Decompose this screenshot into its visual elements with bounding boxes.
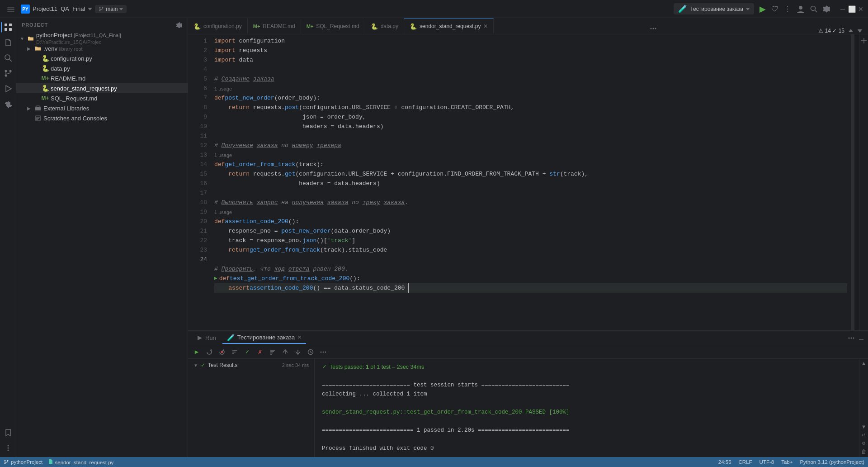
run-sort-button[interactable] [268,347,278,357]
warning-count: ⚠ 14 ✓ 15 [818,28,844,34]
sidebar-item-git[interactable] [1,66,15,81]
code-line-18: response_pno = post_new_order(data.order… [214,226,847,236]
settings-button[interactable] [823,5,830,13]
minimize-button[interactable]: ─ [839,5,846,13]
output-process-finished: Process finished with exit code 0 [322,444,852,453]
output-icon-cog[interactable]: ⚙ [862,440,865,447]
tree-item-readme[interactable]: M+ README.md [16,73,188,83]
run-rerun-failed-button[interactable] [217,347,227,357]
status-encoding[interactable]: UTF-8 [760,459,774,465]
tab-configuration[interactable]: 🐍 configuration.py [188,19,248,34]
output-test-result: sendor_stand_request.py::test_get_order_… [322,408,852,417]
code-line-10 [214,131,847,141]
tree-item-datapy[interactable]: 🐍 data.py [16,63,188,73]
panel-tab-testing-close[interactable]: ✕ [297,334,302,340]
menu-button[interactable] [4,2,18,16]
test-results-item[interactable]: ▼ ✓ Test Results 2 sec 34 ms [188,361,314,370]
sidebar-item-plugins[interactable] [1,97,15,111]
sendor-file-icon: 🐍 [42,85,49,92]
status-file[interactable]: sendor_stand_request.py [48,459,113,465]
code-line-8: json = order_body, [214,112,847,122]
branch-selector[interactable]: main [95,5,127,13]
panel-more-icon[interactable] [848,335,854,341]
tab-sql-label: SQL_Request.md [316,23,359,29]
run-toolbar: ▶ ✓ ✗ [188,345,868,359]
datapy-file-icon: 🐍 [42,65,49,72]
editor-area: 🐍 configuration.py M+ README.md M+ SQL_R… [188,18,868,457]
run-clock-button[interactable] [306,347,316,357]
status-python[interactable]: Python 3.12 (pythonProject) [800,459,864,465]
more-run-options[interactable]: ⋮ [784,5,791,13]
editor-chevron-down-icon[interactable] [857,28,863,33]
code-editor[interactable]: 1 2 3 4 5 6 7 8 9 10 11 12 13 14 15 16 1 [188,34,868,330]
line-numbers: 1 2 3 4 5 6 7 8 9 10 11 12 13 14 15 16 1 [188,34,211,330]
sidebar-item-project[interactable] [1,20,15,34]
sidebar-item-bookmarks[interactable] [1,425,15,440]
output-passed-summary: =========================== 1 passed in … [322,426,852,435]
code-content[interactable]: import configuration import requests imp… [211,34,851,330]
close-button[interactable]: ✕ [857,5,864,13]
editor-chevron-up-icon[interactable] [848,28,854,33]
run-config-selector[interactable]: 🧪 Тестирование заказа [674,3,754,14]
run-more-button[interactable] [318,347,328,357]
status-project[interactable]: pythonProject [4,459,42,465]
coverage-button[interactable]: 🛡 [771,5,778,13]
tree-item-root[interactable]: ▼ pythonProject [Project11_QA_Final] D:\… [16,33,188,43]
code-line-17: def assertion_code_200(): [214,217,847,226]
status-indent[interactable]: Tab+ [781,459,793,465]
svg-rect-15 [5,24,7,26]
panel-tab-testing[interactable]: 🧪 Тестирование заказа ✕ [222,332,306,344]
output-icon-scrollup[interactable]: ▲ [862,361,865,367]
code-line-14: headers = data.headers) [214,179,847,188]
user-icon[interactable] [797,5,805,13]
run-export-button[interactable] [293,347,303,357]
output-icon-scrolldown[interactable]: ▼ [862,424,865,430]
run-play-button[interactable]: ▶ [192,347,202,357]
svg-point-62 [7,460,9,462]
svg-rect-45 [859,339,863,340]
tree-item-sql[interactable]: M+ SQL_Request.md [16,93,188,103]
panel-tab-run[interactable]: Run [192,333,221,343]
run-fail-filter-button[interactable]: ✗ [255,347,265,357]
run-button[interactable]: ▶ [760,4,766,14]
maximize-button[interactable]: ⬜ [848,5,855,13]
tree-item-scratches[interactable]: Scratches and Consoles [16,113,188,123]
search-button[interactable] [810,5,817,13]
tab-configuration-icon: 🐍 [193,23,201,30]
sidebar-item-more[interactable] [1,441,15,455]
sidebar-settings-icon[interactable] [176,22,182,28]
tab-sendor-close[interactable]: ✕ [483,23,488,29]
output-icon-trash[interactable]: 🗑 [861,448,867,455]
code-line-6: def post_new_order(order_body): [214,93,847,103]
tab-sendor[interactable]: 🐍 sendor_stand_request.py ✕ [404,19,494,34]
tab-datapy[interactable]: 🐍 data.py [365,19,404,34]
run-test-button[interactable]: ▶ [214,274,217,283]
tab-more-button[interactable] [646,25,660,34]
run-import-button[interactable] [280,347,290,357]
status-position[interactable]: 24:56 [718,459,731,465]
right-panel-icon-1[interactable] [859,36,868,45]
status-crlf[interactable]: CRLF [739,459,752,465]
sidebar-title: Project [22,22,48,28]
panel-minimize-icon[interactable] [858,335,864,341]
tab-readme[interactable]: M+ README.md [248,19,301,34]
branch-icon [99,6,104,12]
run-rerun-button[interactable] [204,347,214,357]
code-scrollbar[interactable] [851,34,854,330]
status-project-name: pythonProject [11,459,42,465]
code-line-2: import requests [214,46,847,55]
sidebar-item-run[interactable] [1,81,15,96]
sidebar-item-search[interactable] [1,51,15,65]
tree-item-configuration[interactable]: 🐍 configuration.py [16,53,188,63]
sidebar-item-files[interactable] [1,35,15,50]
tab-sql[interactable]: M+ SQL_Request.md [301,19,365,34]
tree-item-sendor[interactable]: 🐍 sendor_stand_request.py [16,83,188,93]
tab-sql-icon: M+ [307,24,314,29]
output-icon-wrap[interactable]: ↵ [862,432,866,438]
tree-item-extlibs[interactable]: ▶ External Libraries [16,103,188,113]
code-line-4 [214,65,847,74]
run-pass-filter-button[interactable]: ✓ [242,347,252,357]
run-toggle-sort-button[interactable] [230,347,240,357]
scratches-icon [34,114,42,122]
code-line-5: # Создание заказа [214,74,847,84]
